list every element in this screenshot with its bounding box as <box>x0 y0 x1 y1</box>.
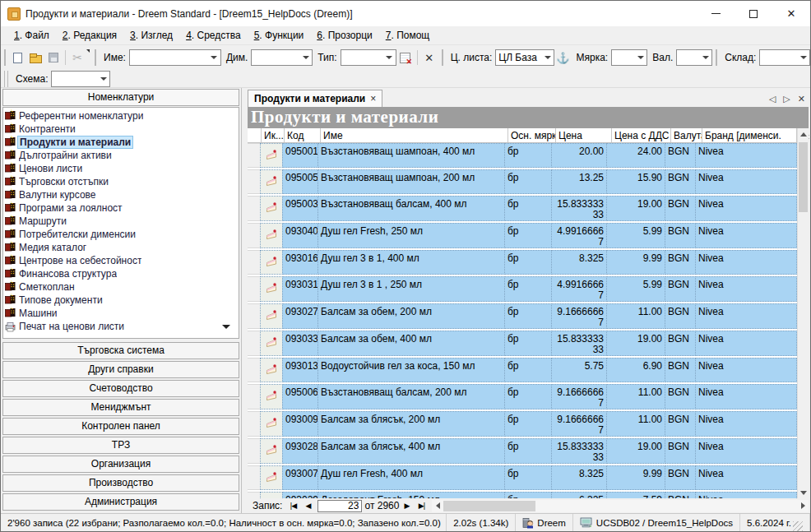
horizontal-scrollbar[interactable] <box>432 500 809 512</box>
sidebar-item[interactable]: L Медия каталог <box>5 241 239 254</box>
dropdown-arrow-icon[interactable] <box>222 325 230 329</box>
sidebar-item[interactable]: L Печат на ценови листи <box>5 320 239 333</box>
row-indicator[interactable] <box>248 169 261 194</box>
scroll-right-icon[interactable] <box>797 502 809 509</box>
row-indicator[interactable] <box>248 223 261 248</box>
table-row[interactable]: 095005 Възстановяващ шампоан, 200 мл бр … <box>248 169 797 194</box>
tab-products[interactable]: Продукти и материали × <box>248 90 382 107</box>
sidebar-item[interactable]: L Маршрути <box>5 215 239 228</box>
resize-grip[interactable] <box>793 521 803 531</box>
toolbar-overflow-icon[interactable] <box>86 49 90 53</box>
chevron-down-icon[interactable] <box>208 50 220 65</box>
sidebar-item[interactable]: L Ценови листи <box>5 162 239 175</box>
row-indicator[interactable] <box>248 331 261 356</box>
sidebar-section-button[interactable]: Други справки <box>2 361 239 378</box>
toolbar-grip[interactable] <box>442 49 443 66</box>
scroll-up-icon[interactable] <box>798 128 809 140</box>
row-indicator[interactable] <box>248 438 261 464</box>
type-filter-combo[interactable] <box>341 49 396 66</box>
table-row[interactable]: 093031 Душ гел 3 в 1 , 250 мл бр 4.99166… <box>248 276 797 302</box>
sidebar-section-button[interactable]: Производство <box>2 474 239 492</box>
clear-filter-button[interactable] <box>396 49 415 67</box>
toolbar-grip[interactable] <box>716 49 717 66</box>
table-row[interactable]: 093033 Балсам за обем, 400 мл бр 15.8333… <box>248 331 797 356</box>
measure-combo[interactable] <box>611 49 647 66</box>
schema-combo[interactable] <box>51 71 110 87</box>
menu-item[interactable]: 5. Функции <box>248 27 311 44</box>
sidebar-section-button[interactable]: Администрация <box>2 493 239 511</box>
row-indicator[interactable] <box>248 465 261 490</box>
table-row[interactable]: 093009 Балсам за блясък, 200 мл бр 9.166… <box>248 411 797 437</box>
table-row[interactable]: 093013 Водоустойчив гел за коса, 150 мл … <box>248 358 797 382</box>
sidebar-item[interactable]: L Машини <box>5 307 239 320</box>
header-price-vat[interactable]: Цена с ДДС <box>612 128 671 142</box>
menu-item[interactable]: 2. Редакция <box>56 27 123 44</box>
horizontal-scrollbar-thumb[interactable] <box>443 501 535 511</box>
toolbar-grip[interactable] <box>4 71 8 87</box>
table-row[interactable]: 093016 Душ гел 3 в 1, 400 мл бр 8.325 9.… <box>248 250 797 275</box>
scroll-left-icon[interactable] <box>432 502 443 509</box>
scroll-down-icon[interactable] <box>798 487 809 498</box>
row-indicator[interactable] <box>248 196 261 221</box>
table-row[interactable]: 093007 Душ гел Fresh, 400 мл бр 8.325 9.… <box>248 465 797 490</box>
warehouse-combo[interactable] <box>759 49 810 66</box>
currency-combo[interactable] <box>676 49 712 66</box>
header-brand[interactable]: Бранд [дименси. <box>702 128 797 142</box>
row-indicator[interactable] <box>248 276 261 302</box>
table-row[interactable]: 095001 Възстановяващ шампоан, 400 мл бр … <box>248 143 797 168</box>
table-row[interactable]: 093027 Балсам за обем, 200 мл бр 9.16666… <box>248 303 797 329</box>
last-record-button[interactable]: ▶| <box>414 502 429 510</box>
chevron-down-icon[interactable] <box>97 72 109 86</box>
tab-scroll-left-icon[interactable]: ◁ <box>769 94 776 104</box>
menu-item[interactable]: 6. Прозорци <box>310 27 378 44</box>
reset-button[interactable]: ✕ <box>420 49 438 67</box>
sidebar-item[interactable]: L Търговски отстъпки <box>5 175 239 188</box>
tab-scroll-right-icon[interactable]: ▷ <box>783 94 790 104</box>
menu-item[interactable]: 3. Изглед <box>123 27 179 44</box>
cut-button[interactable]: ✂ <box>68 49 86 67</box>
sidebar-item[interactable]: L Контрагенти <box>5 123 239 136</box>
table-row[interactable]: 093028 Балсам за блясък, 400 мл бр 15.83… <box>248 438 797 464</box>
open-button[interactable] <box>26 49 44 67</box>
toolbar-grip[interactable] <box>95 49 96 66</box>
table-row[interactable]: 095003 Възстановяващ балсам, 400 мл бр 1… <box>248 196 797 221</box>
menu-item[interactable]: 1. Файл <box>7 27 56 44</box>
sidebar-item[interactable]: L Потребителски дименсии <box>5 228 239 241</box>
chevron-down-icon[interactable] <box>383 50 396 65</box>
header-price[interactable]: Цена <box>556 128 612 142</box>
dimension-filter-combo[interactable] <box>251 49 313 66</box>
new-button[interactable] <box>8 49 26 67</box>
chevron-down-icon[interactable] <box>699 50 711 65</box>
table-row[interactable]: 093029 Дезодорант Fresh, 150 мл бр 6.325… <box>248 492 797 498</box>
sidebar-item[interactable]: L Дълготрайни активи <box>5 149 239 162</box>
sidebar-section-button[interactable]: Контролен панел <box>2 418 239 435</box>
record-number-input[interactable] <box>317 500 362 512</box>
minimize-button[interactable] <box>697 1 735 26</box>
sidebar-section-button[interactable]: Търговска система <box>2 342 239 359</box>
sidebar-item[interactable]: L Центрове на себестойност <box>5 254 239 267</box>
sidebar-item[interactable]: L Финансова структура <box>5 267 239 280</box>
next-record-button[interactable]: ▶ <box>399 502 414 510</box>
tabstrip-close-icon[interactable]: ✕ <box>798 94 805 104</box>
header-measure[interactable]: Осн. мярка <box>508 128 556 142</box>
row-indicator[interactable] <box>248 143 261 168</box>
prev-record-button[interactable]: ◀ <box>300 502 315 510</box>
close-button[interactable]: ✕ <box>772 1 810 26</box>
toolbar-grip[interactable] <box>4 49 6 66</box>
vertical-scrollbar-thumb[interactable] <box>799 142 808 212</box>
table-row[interactable]: 095006 Възстановяващ балсам, 200 мл бр 9… <box>248 384 797 409</box>
sidebar-section-button[interactable]: ТРЗ <box>2 437 239 454</box>
maximize-button[interactable] <box>735 1 772 26</box>
chevron-down-icon[interactable] <box>797 50 809 65</box>
chevron-down-icon[interactable] <box>634 50 646 65</box>
row-indicator[interactable] <box>248 250 261 275</box>
pricelist-combo[interactable]: ЦЛ База <box>495 49 554 66</box>
row-indicator[interactable] <box>248 411 261 437</box>
tab-close-icon[interactable]: × <box>370 93 376 104</box>
sidebar-item[interactable]: L Продукти и материали <box>5 136 239 149</box>
sidebar-section-button[interactable]: Счетоводство <box>2 380 239 397</box>
header-currency[interactable]: Валута <box>671 128 702 142</box>
sidebar-item[interactable]: L Типове документи <box>5 294 239 307</box>
row-indicator[interactable] <box>248 492 261 498</box>
sidebar-section-button[interactable]: Организация <box>2 456 239 473</box>
